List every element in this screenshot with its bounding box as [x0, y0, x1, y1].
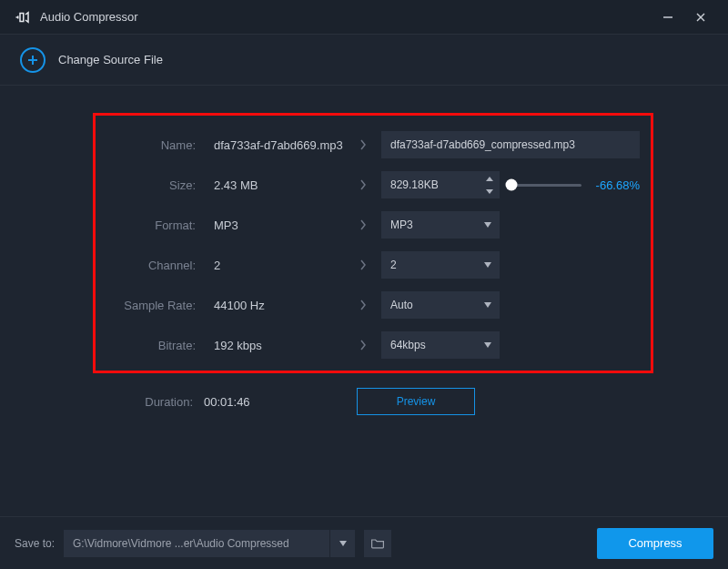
- channel-select[interactable]: 2: [381, 251, 500, 279]
- saveto-path-value: G:\Vidmore\Vidmore ...er\Audio Compresse…: [73, 537, 329, 550]
- size-reduction-pct: -66.68%: [589, 178, 640, 192]
- sample-rate-label: Sample Rate:: [106, 299, 196, 312]
- row-channel: Channel: 2 2: [106, 245, 640, 285]
- name-label: Name:: [106, 138, 196, 152]
- saveto-path-select[interactable]: G:\Vidmore\Vidmore ...er\Audio Compresse…: [64, 530, 355, 557]
- svg-marker-7: [486, 189, 493, 194]
- chevron-down-icon: [483, 299, 492, 311]
- bitrate-select-value: 64kbps: [390, 339, 483, 351]
- size-source-value: 2.43 MB: [203, 178, 345, 192]
- open-folder-button[interactable]: [364, 530, 391, 557]
- window-close-button[interactable]: [684, 0, 717, 35]
- saveto-label: Save to:: [15, 537, 55, 550]
- svg-marker-8: [484, 222, 491, 228]
- chevron-down-icon: [483, 339, 492, 351]
- change-source-row: Change Source File: [0, 35, 728, 86]
- app-audio-icon: [15, 9, 31, 25]
- chevron-right-icon: [352, 299, 374, 311]
- sample-rate-select-value: Auto: [390, 299, 483, 311]
- compress-button[interactable]: Compress: [597, 528, 713, 559]
- chevron-right-icon: [352, 178, 374, 191]
- chevron-down-icon: [483, 259, 492, 271]
- svg-marker-10: [484, 302, 491, 308]
- compress-button-label: Compress: [628, 536, 682, 550]
- size-target-stepper[interactable]: 829.18KB: [381, 171, 500, 198]
- chevron-right-icon: [352, 259, 374, 271]
- stepper-up-icon[interactable]: [485, 172, 494, 185]
- svg-marker-11: [484, 342, 491, 348]
- bitrate-source-value: 192 kbps: [203, 339, 345, 352]
- bitrate-label: Bitrate:: [106, 339, 196, 352]
- size-label: Size:: [106, 178, 196, 192]
- name-source-value: dfa733af-d7abd669.mp3: [203, 138, 345, 152]
- format-select-value: MP3: [390, 218, 483, 231]
- row-sample-rate: Sample Rate: 44100 Hz Auto: [106, 285, 640, 325]
- format-label: Format:: [106, 218, 196, 232]
- sample-rate-select[interactable]: Auto: [381, 291, 500, 319]
- channel-label: Channel:: [106, 259, 196, 272]
- row-bitrate: Bitrate: 192 kbps 64kbps: [106, 325, 640, 365]
- footer: Save to: G:\Vidmore\Vidmore ...er\Audio …: [0, 516, 728, 569]
- row-size: Size: 2.43 MB 829.18KB -66.68%: [106, 165, 640, 205]
- stepper-down-icon[interactable]: [485, 185, 494, 198]
- duration-label: Duration:: [104, 395, 193, 409]
- chevron-right-icon: [352, 339, 374, 351]
- row-format: Format: MP3 MP3: [106, 205, 640, 245]
- titlebar: Audio Compressor: [0, 0, 728, 35]
- sample-rate-source-value: 44100 Hz: [203, 299, 345, 312]
- chevron-right-icon: [352, 218, 374, 231]
- size-slider[interactable]: [509, 184, 581, 187]
- row-name: Name: dfa733af-d7abd669.mp3: [106, 125, 640, 165]
- highlight-box: Name: dfa733af-d7abd669.mp3 Size: 2.43 M…: [93, 113, 653, 373]
- window-minimize-button[interactable]: [652, 0, 684, 35]
- size-target-value: 829.18KB: [390, 178, 485, 191]
- app-title: Audio Compressor: [40, 10, 138, 24]
- main-panel: Name: dfa733af-d7abd669.mp3 Size: 2.43 M…: [0, 86, 728, 516]
- chevron-right-icon: [352, 138, 374, 151]
- format-select[interactable]: MP3: [381, 211, 500, 239]
- bitrate-select[interactable]: 64kbps: [381, 331, 500, 359]
- change-source-button[interactable]: [20, 47, 46, 73]
- change-source-label[interactable]: Change Source File: [58, 53, 163, 66]
- preview-button-label: Preview: [397, 395, 436, 408]
- saveto-dropdown-button[interactable]: [329, 530, 355, 557]
- row-duration: Duration: 00:01:46 Preview: [104, 382, 642, 421]
- size-slider-thumb[interactable]: [506, 179, 518, 191]
- svg-marker-9: [484, 262, 491, 268]
- chevron-down-icon: [483, 218, 492, 231]
- svg-rect-0: [20, 13, 24, 21]
- output-name-input[interactable]: [381, 131, 640, 158]
- duration-value: 00:01:46: [193, 395, 335, 409]
- format-source-value: MP3: [203, 218, 345, 232]
- channel-select-value: 2: [390, 259, 483, 271]
- channel-source-value: 2: [203, 259, 345, 272]
- svg-marker-6: [486, 177, 493, 181]
- preview-button[interactable]: Preview: [357, 388, 475, 415]
- svg-marker-12: [339, 541, 347, 546]
